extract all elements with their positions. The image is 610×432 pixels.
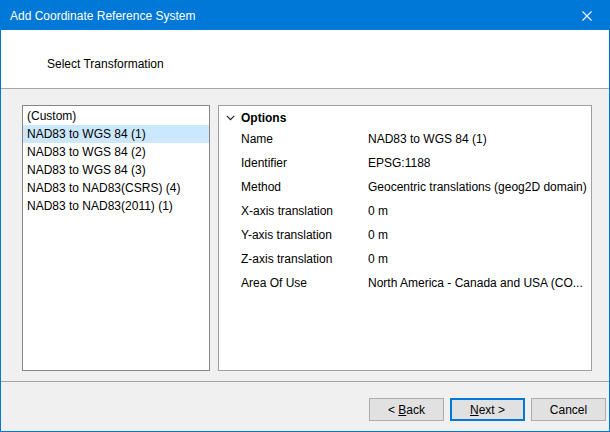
wizard-header: Select Transformation	[1, 30, 609, 89]
chevron-down-icon	[226, 115, 235, 121]
option-row: X-axis translation0 m	[219, 199, 591, 223]
option-value: 0 m	[368, 204, 388, 218]
list-item[interactable]: NAD83 to WGS 84 (1)	[23, 125, 209, 143]
close-icon	[582, 11, 592, 21]
back-button-label-pre: <	[388, 403, 398, 417]
list-item[interactable]: NAD83 to NAD83(2011) (1)	[23, 197, 209, 215]
option-value: 0 m	[368, 228, 388, 242]
list-item[interactable]: NAD83 to WGS 84 (3)	[23, 161, 209, 179]
options-panel: Options NameNAD83 to WGS 84 (1)Identifie…	[218, 105, 592, 371]
close-button[interactable]	[564, 1, 609, 30]
title-bar[interactable]: Add Coordinate Reference System	[1, 1, 609, 30]
option-label: X-axis translation	[241, 204, 368, 218]
option-row: IdentifierEPSG:1188	[219, 151, 591, 175]
window-title: Add Coordinate Reference System	[1, 9, 195, 23]
option-label: Method	[241, 180, 368, 194]
option-value: Geocentric translations (geog2D domain)	[368, 180, 587, 194]
next-button-label-post: ext >	[479, 403, 505, 417]
list-item[interactable]: (Custom)	[23, 107, 209, 125]
transformation-list[interactable]: (Custom)NAD83 to WGS 84 (1)NAD83 to WGS …	[22, 105, 210, 371]
cancel-button[interactable]: Cancel	[531, 398, 606, 421]
option-label: Z-axis translation	[241, 252, 368, 266]
next-button[interactable]: Next >	[450, 398, 525, 421]
back-button[interactable]: < Back	[369, 398, 444, 421]
options-header[interactable]: Options	[219, 108, 591, 127]
list-item[interactable]: NAD83 to WGS 84 (2)	[23, 143, 209, 161]
option-row: MethodGeocentric translations (geog2D do…	[219, 175, 591, 199]
option-row: Area Of UseNorth America - Canada and US…	[219, 271, 591, 295]
option-row: Z-axis translation0 m	[219, 247, 591, 271]
next-button-mnemonic: N	[470, 403, 479, 417]
options-title: Options	[241, 111, 286, 125]
dialog-window: Add Coordinate Reference System Select T…	[0, 0, 610, 432]
options-rows: NameNAD83 to WGS 84 (1)IdentifierEPSG:11…	[219, 127, 591, 295]
option-value: North America - Canada and USA (CO...	[368, 276, 583, 290]
option-label: Area Of Use	[241, 276, 368, 290]
option-label: Name	[241, 132, 368, 146]
back-button-label-post: ack	[406, 403, 425, 417]
option-row: NameNAD83 to WGS 84 (1)	[219, 127, 591, 151]
options-expander[interactable]	[219, 115, 241, 121]
option-value: 0 m	[368, 252, 388, 266]
option-value: EPSG:1188	[368, 156, 430, 170]
option-value: NAD83 to WGS 84 (1)	[368, 132, 487, 146]
option-label: Identifier	[241, 156, 368, 170]
cancel-button-label: Cancel	[550, 403, 587, 417]
list-item[interactable]: NAD83 to NAD83(CSRS) (4)	[23, 179, 209, 197]
option-row: Y-axis translation0 m	[219, 223, 591, 247]
page-title: Select Transformation	[47, 57, 164, 71]
option-label: Y-axis translation	[241, 228, 368, 242]
